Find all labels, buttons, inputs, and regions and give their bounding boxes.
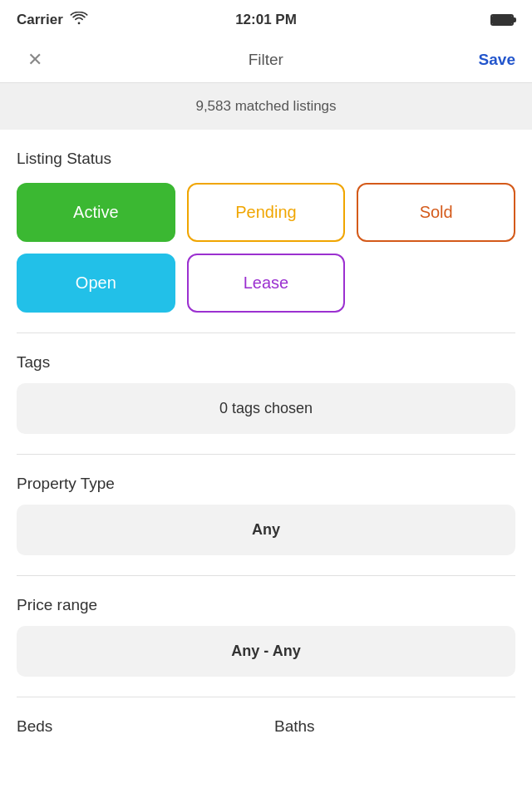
tags-label: Tags	[17, 353, 515, 372]
property-type-label: Property Type	[17, 475, 515, 493]
beds-column: Beds	[17, 717, 258, 747]
listing-status-title: Listing Status	[17, 150, 515, 168]
divider-2	[17, 454, 515, 455]
save-button[interactable]: Save	[479, 51, 515, 69]
carrier-label: Carrier	[17, 12, 63, 28]
filter-content: Listing Status Active Pending Sold Open …	[0, 130, 532, 747]
matched-listings-text: 9,583 matched listings	[195, 98, 336, 114]
status-time: 12:01 PM	[235, 12, 297, 28]
tags-select-button[interactable]: 0 tags chosen	[17, 383, 515, 434]
status-lease-button[interactable]: Lease	[187, 254, 346, 313]
battery-container	[490, 14, 515, 26]
matched-listings-banner: 9,583 matched listings	[0, 83, 532, 130]
carrier-wifi: Carrier	[17, 12, 88, 29]
tags-section: Tags 0 tags chosen	[17, 353, 515, 434]
price-range-section: Price range Any - Any	[17, 596, 515, 677]
property-type-select-button[interactable]: Any	[17, 505, 515, 555]
status-empty-placeholder	[357, 254, 515, 313]
price-range-select-button[interactable]: Any - Any	[17, 626, 515, 677]
beds-baths-section: Beds Baths	[17, 717, 515, 747]
divider-4	[17, 697, 515, 697]
nav-bar: ✕ Filter Save	[0, 37, 532, 83]
baths-label: Baths	[274, 717, 515, 736]
listing-status-row2: Open Lease	[17, 254, 515, 313]
price-range-label: Price range	[17, 596, 515, 614]
battery-icon	[490, 14, 514, 26]
property-type-section: Property Type Any	[17, 475, 515, 555]
status-bar: Carrier 12:01 PM	[0, 0, 532, 37]
divider-3	[17, 575, 515, 576]
listing-status-section: Listing Status Active Pending Sold Open …	[17, 150, 515, 313]
close-button[interactable]: ✕	[17, 49, 53, 71]
status-open-button[interactable]: Open	[17, 254, 175, 313]
listing-status-row1: Active Pending Sold	[17, 183, 515, 242]
wifi-icon	[70, 12, 88, 29]
status-pending-button[interactable]: Pending	[187, 183, 346, 242]
status-sold-button[interactable]: Sold	[357, 183, 515, 242]
baths-column: Baths	[274, 717, 515, 747]
divider-1	[17, 332, 515, 333]
beds-label: Beds	[17, 717, 258, 736]
nav-title: Filter	[249, 51, 283, 69]
status-active-button[interactable]: Active	[17, 183, 175, 242]
